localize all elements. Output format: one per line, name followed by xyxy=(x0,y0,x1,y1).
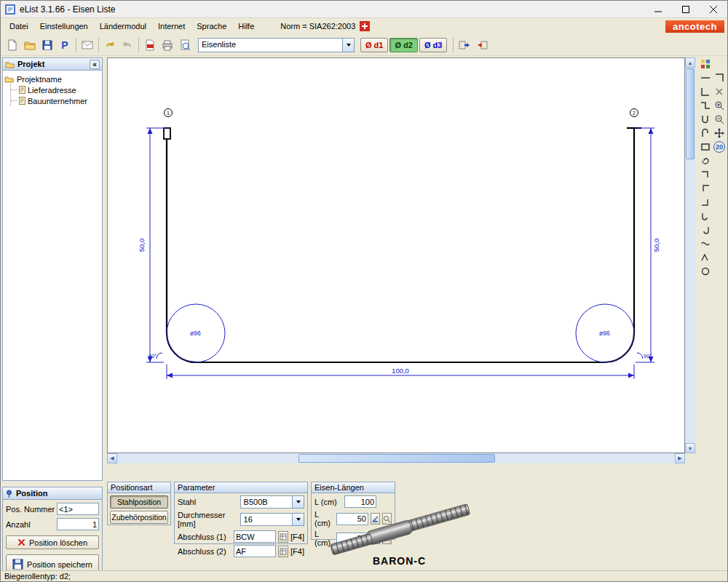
count-badge: 20 xyxy=(713,140,726,154)
email-icon[interactable] xyxy=(79,36,96,54)
zoom-out-icon[interactable] xyxy=(713,113,726,126)
swiss-flag-icon xyxy=(360,21,370,31)
delete-position-button[interactable]: Position löschen xyxy=(6,535,99,549)
toolbar-separator xyxy=(453,38,454,52)
load-position-icon[interactable] xyxy=(473,36,491,54)
diameter-d3-button[interactable]: Ø d3 xyxy=(419,38,447,52)
minimize-button[interactable] xyxy=(644,1,672,18)
abschluss2-input[interactable] xyxy=(234,545,276,557)
scroll-down-icon[interactable]: ▼ xyxy=(685,443,695,453)
close-icon[interactable] xyxy=(713,85,726,98)
corner-shape-icon[interactable] xyxy=(713,71,726,84)
stirrup-shape-icon[interactable] xyxy=(699,140,712,154)
toolbar-separator xyxy=(98,38,99,52)
durchmesser-combobox[interactable]: 16 xyxy=(240,513,304,526)
lookup-button[interactable] xyxy=(278,546,288,557)
hook-bend-icon[interactable] xyxy=(699,127,712,140)
stahlposition-button[interactable]: Stahlposition xyxy=(110,495,168,509)
send-position-icon[interactable] xyxy=(456,36,473,54)
rebar-shape-path xyxy=(167,128,634,362)
collapse-panel-button[interactable]: « xyxy=(90,60,100,69)
marker-1-label: 1 xyxy=(167,111,170,116)
coupler-end-symbol xyxy=(164,128,170,139)
drawing-canvas[interactable]: 1 2 ø96 ø96 50,0 50,0 100,0 90° xyxy=(107,57,685,453)
zoom-in-icon[interactable] xyxy=(713,99,726,112)
menu-internet[interactable]: Internet xyxy=(152,18,191,34)
tree-node-bauunternehmer[interactable]: Bauunternehmer xyxy=(11,95,100,106)
print-icon[interactable] xyxy=(159,36,176,54)
bend-template-icon-1[interactable] xyxy=(699,168,712,181)
line-shape-icon[interactable] xyxy=(699,71,712,84)
stahl-combobox[interactable]: B500B xyxy=(240,495,304,509)
toolbar-separator xyxy=(76,38,76,52)
step-bend-icon[interactable] xyxy=(699,99,712,112)
chevron-down-icon[interactable] xyxy=(292,514,304,525)
project-panel: Projekt « Projektname Lieferadresse xyxy=(2,57,103,481)
bend-template-icon-3[interactable] xyxy=(699,196,712,209)
tree-node-label: Lieferadresse xyxy=(28,86,76,95)
menu-laendermodul[interactable]: Ländermodul xyxy=(94,18,152,34)
l-bend-icon[interactable] xyxy=(699,85,712,98)
pdf-export-icon[interactable] xyxy=(141,36,159,54)
document-icon xyxy=(19,86,25,94)
print-preview-icon[interactable]: P xyxy=(56,36,74,54)
vertical-scroll-thumb[interactable] xyxy=(686,68,695,159)
project-panel-header: Projekt « xyxy=(3,58,102,71)
positionsart-header: Positionsart xyxy=(108,482,170,493)
bend-template-icon-6[interactable] xyxy=(699,237,712,250)
chevron-down-icon[interactable] xyxy=(292,496,304,508)
diameter-d2-button[interactable]: Ø d2 xyxy=(389,38,417,52)
abschluss1-input[interactable] xyxy=(234,530,276,543)
position-panel: Position Pos. Nummer Anzahl Position lös… xyxy=(2,487,103,572)
scroll-left-icon[interactable]: ◀ xyxy=(107,453,117,463)
pan-icon[interactable] xyxy=(713,127,726,140)
spiral-shape-icon[interactable] xyxy=(699,154,712,167)
new-document-icon[interactable] xyxy=(4,36,21,54)
project-panel-title: Projekt xyxy=(17,60,44,68)
menu-datei[interactable]: Datei xyxy=(4,18,34,34)
tree-node-project[interactable]: Projektname xyxy=(4,73,100,84)
window-title: eList 3.1.66 - Eisen Liste xyxy=(20,4,115,15)
u-bend-icon[interactable] xyxy=(699,113,712,126)
zubehoerposition-button[interactable]: Zubehörposition xyxy=(110,511,168,524)
document-icon xyxy=(19,97,25,105)
bend-template-icon-4[interactable] xyxy=(699,210,712,223)
count-row: Anzahl xyxy=(6,518,99,530)
menu-hilfe[interactable]: Hilfe xyxy=(232,18,260,34)
list-type-combobox[interactable]: Eisenliste xyxy=(198,38,355,52)
palette-icon[interactable] xyxy=(699,57,712,71)
dim-right-label: 50,0 xyxy=(652,239,660,252)
bend-template-icon-8[interactable] xyxy=(699,265,712,278)
bend-template-icon-2[interactable] xyxy=(699,182,712,195)
canvas-horizontal-scrollbar[interactable]: ◀ ▶ xyxy=(107,453,685,463)
open-folder-icon[interactable] xyxy=(21,36,39,54)
bend-template-icon-7[interactable] xyxy=(699,251,712,264)
angle-arc-left xyxy=(157,353,162,359)
angle-right-label: 90° xyxy=(644,353,652,359)
close-button[interactable] xyxy=(700,1,727,18)
bend-template-icon-5[interactable] xyxy=(699,223,712,236)
undo-icon[interactable] xyxy=(101,36,119,54)
scroll-up-icon[interactable]: ▲ xyxy=(685,57,695,68)
menu-sprache[interactable]: Sprache xyxy=(191,18,232,34)
scroll-right-icon[interactable]: ▶ xyxy=(675,453,685,463)
diameter-d1-button[interactable]: Ø d1 xyxy=(360,38,388,52)
pos-number-input[interactable] xyxy=(57,503,99,515)
horizontal-scroll-thumb[interactable] xyxy=(298,454,495,463)
redo-icon[interactable] xyxy=(119,36,136,54)
project-tree: Projektname Lieferadresse Bauunternehmer xyxy=(3,71,102,109)
tree-node-lieferadresse[interactable]: Lieferadresse xyxy=(11,84,100,95)
lookup-button[interactable] xyxy=(278,531,288,543)
count-input[interactable] xyxy=(57,518,99,530)
page-preview-icon[interactable] xyxy=(176,36,194,54)
shape-tool-strip: 20 xyxy=(697,56,728,567)
maximize-button[interactable] xyxy=(672,1,700,18)
menu-einstellungen[interactable]: Einstellungen xyxy=(34,18,94,34)
rebar-image-segment xyxy=(330,533,373,555)
chevron-down-icon[interactable] xyxy=(342,39,354,52)
canvas-vertical-scrollbar[interactable]: ▲ ▼ xyxy=(685,57,695,453)
position-panel-title: Position xyxy=(16,489,47,498)
save-icon[interactable] xyxy=(39,36,56,54)
status-text: Biegerollentyp: d2; xyxy=(4,572,71,581)
folder-icon xyxy=(5,60,15,68)
